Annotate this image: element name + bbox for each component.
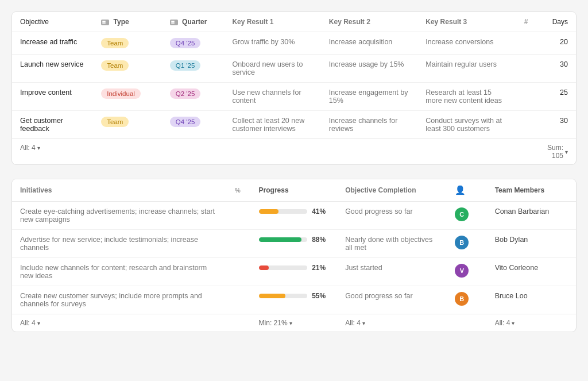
hash-cell [514, 32, 536, 55]
objective-cell: Get customer feedback [12, 111, 93, 139]
objective-cell: Increase ad traffic [12, 32, 93, 55]
th-progress: Progress [251, 179, 338, 202]
initiative-cell: Advertise for new service; include testi… [12, 230, 225, 258]
member-name-cell: Bob Dylan [487, 230, 576, 258]
t2-footer-members-icon [447, 314, 486, 332]
t2-footer-min-pct[interactable]: Min: 21% [251, 314, 338, 332]
initiatives-table: Initiatives % Progress Objective Complet… [11, 179, 577, 332]
quarter-cell: Q2 '25 [162, 83, 225, 111]
quarter-cell: Q1 '25 [162, 55, 225, 83]
progress-cell: 55% [251, 286, 338, 314]
table-row: Get customer feedback Team Q4 '25 Collec… [12, 111, 576, 139]
progress-bar-wrap: 55% [259, 292, 330, 300]
t2-footer-left[interactable]: All: 4 [12, 314, 225, 332]
table-row: Improve content Individual Q2 '25 Use ne… [12, 83, 576, 111]
th-hash: # [514, 12, 536, 32]
kr3-cell: Conduct surveys with at least 300 custom… [417, 111, 514, 139]
progress-bar-wrap: 41% [259, 207, 330, 215]
progress-bar-wrap: 88% [259, 236, 330, 244]
th-kr1: Key Result 1 [224, 12, 320, 32]
kr3-cell: Maintain regular users [417, 55, 514, 83]
kr3-cell: Research at least 15 more new content id… [417, 83, 514, 111]
t2-footer-pct [225, 314, 250, 332]
member-name-cell: Vito Corleone [487, 258, 576, 286]
progress-bar-bg [259, 265, 308, 270]
progress-cell: 88% [251, 230, 338, 258]
member-avatar-cell: B [447, 286, 486, 314]
progress-bar-fill [259, 294, 286, 298]
days-cell: 25 [536, 83, 576, 111]
t2-footer-members[interactable]: All: 4 [487, 314, 576, 332]
progress-bar-fill [259, 209, 279, 214]
objective-cell: Launch new service [12, 55, 93, 83]
th-pct: % [225, 179, 250, 202]
quarter-badge[interactable]: Q1 '25 [170, 60, 201, 71]
pct-cell [225, 258, 250, 286]
progress-bar-fill [259, 237, 301, 242]
t2-footer-completion[interactable]: All: 4 [337, 314, 447, 332]
pct-cell [225, 286, 250, 314]
avatar: V [455, 264, 469, 278]
table-row: Increase ad traffic Team Q4 '25 Grow tra… [12, 32, 576, 55]
member-name-cell: Bruce Loo [487, 286, 576, 314]
th-initiatives: Initiatives [12, 179, 225, 202]
progress-cell: 21% [251, 258, 338, 286]
member-avatar-cell: C [447, 202, 486, 230]
pct-label: 41% [312, 207, 329, 215]
avatar: B [455, 292, 469, 306]
initiative-row: Include new channels for content; resear… [12, 258, 576, 286]
type-badge[interactable]: Team [101, 60, 129, 71]
th-kr3: Key Result 3 [417, 12, 514, 32]
th-type: Type [93, 12, 162, 32]
hash-cell [514, 55, 536, 83]
link-icon [101, 20, 109, 25]
progress-bar-fill [259, 265, 269, 270]
quarter-badge[interactable]: Q4 '25 [170, 38, 201, 48]
type-cell: Team [93, 32, 162, 55]
progress-bar-wrap: 21% [259, 264, 330, 272]
quarter-badge[interactable]: Q2 '25 [170, 88, 201, 99]
days-cell: 30 [536, 111, 576, 139]
kr1-cell: Onboard new users to service [224, 55, 320, 83]
link-icon-2 [170, 20, 178, 25]
progress-bar-bg [259, 294, 308, 298]
completion-cell: Good progress so far [337, 202, 447, 230]
pct-label: 55% [312, 292, 329, 300]
initiative-cell: Create new customer surveys; include mor… [12, 286, 225, 314]
t1-footer-right[interactable]: Sum: 105 [536, 139, 576, 165]
progress-bar-bg [259, 209, 308, 214]
completion-cell: Nearly done with objectives all met [337, 230, 447, 258]
kr2-cell: Increase engagement by 15% [321, 83, 417, 111]
kr1-cell: Collect at least 20 new customer intervi… [224, 111, 320, 139]
kr2-cell: Increase channels for reviews [321, 111, 417, 139]
initiative-row: Advertise for new service; include testi… [12, 230, 576, 258]
th-quarter: Quarter [162, 12, 225, 32]
th-members: Team Members [487, 179, 576, 202]
initiative-row: Create eye-catching advertisements; incr… [12, 202, 576, 230]
progress-cell: 41% [251, 202, 338, 230]
type-badge[interactable]: Individual [101, 88, 141, 99]
objectives-table: Objective Type Quarter Key Result 1 Key … [11, 11, 577, 165]
pct-label: 21% [312, 264, 329, 272]
member-avatar-cell: V [447, 258, 486, 286]
th-members-icon: 👤 [447, 179, 486, 202]
quarter-badge[interactable]: Q4 '25 [170, 117, 201, 127]
type-cell: Individual [93, 83, 162, 111]
pct-cell [225, 202, 250, 230]
hash-cell [514, 83, 536, 111]
th-days: Days [536, 12, 576, 32]
th-obj-completion: Objective Completion [337, 179, 447, 202]
type-cell: Team [93, 111, 162, 139]
initiative-cell: Create eye-catching advertisements; incr… [12, 202, 225, 230]
kr1-cell: Grow traffic by 30% [224, 32, 320, 55]
quarter-cell: Q4 '25 [162, 32, 225, 55]
pct-cell [225, 230, 250, 258]
type-badge[interactable]: Team [101, 117, 129, 127]
days-cell: 20 [536, 32, 576, 55]
type-badge[interactable]: Team [101, 38, 129, 48]
kr2-cell: Increase usage by 15% [321, 55, 417, 83]
th-objective: Objective [12, 12, 93, 32]
t1-footer-left[interactable]: All: 4 [12, 139, 536, 165]
initiative-cell: Include new channels for content; resear… [12, 258, 225, 286]
kr3-cell: Increase conversions [417, 32, 514, 55]
